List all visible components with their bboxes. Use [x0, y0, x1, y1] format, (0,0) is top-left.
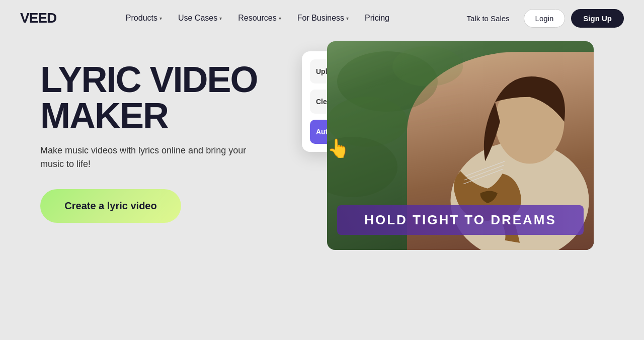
video-background: HOLD TIGHT TO DREAMS — [327, 41, 594, 250]
video-preview: HOLD TIGHT TO DREAMS — [327, 41, 594, 250]
nav-links: Products ▾ Use Cases ▾ Resources ▾ For B… — [126, 14, 389, 23]
hero-subtitle: Make music videos with lyrics online and… — [40, 144, 262, 171]
hero-left: Lyric Video Maker Make music videos with… — [40, 46, 317, 223]
nav-actions: Talk to Sales Login Sign Up — [459, 9, 624, 28]
cursor-icon: 👆 — [327, 138, 350, 159]
logo[interactable]: VEED — [20, 10, 56, 26]
hero-right: Upload Audio Clean Audio Auto Subti — [317, 41, 604, 250]
hero-section: Lyric Video Maker Make music videos with… — [0, 36, 644, 340]
chevron-icon: ▾ — [346, 16, 349, 21]
talk-to-sales-button[interactable]: Talk to Sales — [459, 10, 518, 27]
navbar: VEED Products ▾ Use Cases ▾ Resources ▾ … — [0, 0, 644, 36]
chevron-icon: ▾ — [279, 16, 281, 21]
create-lyric-video-button[interactable]: Create a lyric video — [40, 189, 181, 223]
nav-item-pricing[interactable]: Pricing — [365, 14, 389, 23]
lyric-text: HOLD TIGHT TO DREAMS — [364, 212, 556, 227]
nav-item-for-business[interactable]: For Business ▾ — [297, 14, 349, 23]
hero-title: Lyric Video Maker — [40, 61, 317, 134]
nav-item-resources[interactable]: Resources ▾ — [238, 14, 281, 23]
chevron-icon: ▾ — [159, 16, 162, 21]
signup-button[interactable]: Sign Up — [571, 9, 624, 28]
lyric-overlay: HOLD TIGHT TO DREAMS — [337, 205, 584, 235]
nav-item-use-cases[interactable]: Use Cases ▾ — [178, 14, 222, 23]
chevron-icon: ▾ — [219, 16, 222, 21]
login-button[interactable]: Login — [524, 9, 566, 28]
nav-item-products[interactable]: Products ▾ — [126, 14, 162, 23]
